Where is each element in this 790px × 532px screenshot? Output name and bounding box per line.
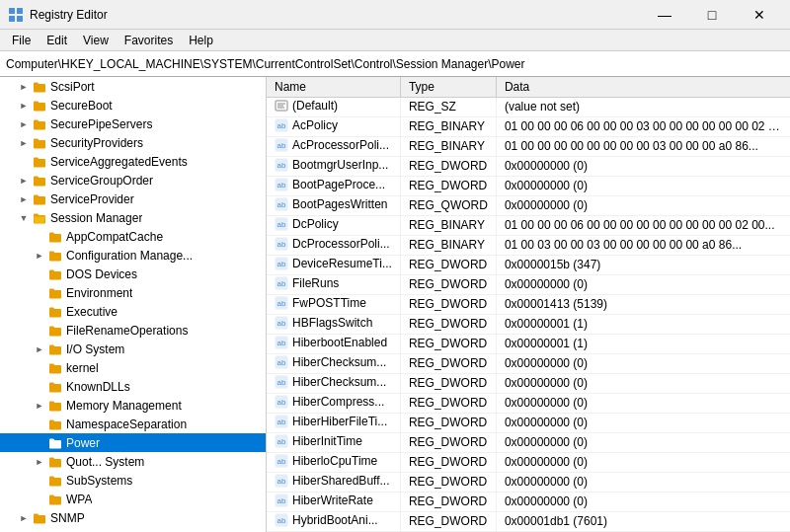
tree-panel[interactable]: ► ScsiPort► SecureBoot► SecurePipeServer… [0, 77, 267, 532]
details-row[interactable]: ab HiberloCpuTimeREG_DWORD0x00000000 (0) [267, 452, 790, 472]
title-bar: Registry Editor — □ ✕ [0, 0, 790, 30]
tree-item-namespaceseparation[interactable]: NamespaceSeparation [0, 415, 266, 433]
details-row[interactable]: ab HybridBootAni...REG_DWORD0x00001db1 (… [267, 511, 790, 531]
value-name: ab HybridBootAni... [267, 511, 400, 531]
details-row[interactable]: ab HiberbootEnabledREG_DWORD0x00000001 (… [267, 334, 790, 353]
details-row[interactable]: ab DeviceResumeTi...REG_DWORD0x0000015b … [267, 255, 790, 274]
value-name-text: HybridBootAni... [292, 513, 378, 527]
expand-icon[interactable]: ► [16, 79, 32, 95]
tree-item-filerenameoperations[interactable]: FileRenameOperations [0, 321, 266, 340]
tree-item-wpa[interactable]: WPA [0, 490, 266, 508]
qword-icon: ab [275, 197, 288, 211]
details-row[interactable]: ab HiberChecksum...REG_DWORD0x00000000 (… [267, 353, 790, 373]
tree-item-scsiport[interactable]: ► ScsiPort [0, 77, 266, 96]
menu-item-favorites[interactable]: Favorites [117, 32, 181, 49]
expand-icon[interactable]: ► [16, 116, 32, 132]
tree-item-secureboot[interactable]: ► SecureBoot [0, 96, 266, 114]
details-row[interactable]: (Default)REG_SZ(value not set) [267, 97, 790, 116]
details-row[interactable]: ab HiberWriteRateREG_DWORD0x00000000 (0) [267, 492, 790, 511]
details-row[interactable]: ab DcProcessorPoli...REG_BINARY01 00 03 … [267, 235, 790, 255]
details-row[interactable]: ab AcProcessorPoli...REG_BINARY01 00 00 … [267, 136, 790, 156]
details-row[interactable]: ab AcPolicyREG_BINARY01 00 00 00 06 00 0… [267, 116, 790, 136]
menu-item-view[interactable]: View [75, 32, 117, 49]
tree-item-sqmservicelist[interactable]: SQMServiceList [0, 527, 266, 532]
folder-icon [47, 493, 63, 506]
details-row[interactable]: ab HiberInitTimeREG_DWORD0x00000000 (0) [267, 432, 790, 452]
address-bar[interactable]: Computer\HKEY_LOCAL_MACHINE\SYSTEM\Curre… [0, 51, 790, 77]
expand-icon[interactable]: ► [32, 454, 47, 470]
leaf-icon [32, 304, 47, 320]
tree-item-dosdevices[interactable]: DOS Devices [0, 265, 266, 283]
expand-icon[interactable]: ▼ [16, 210, 32, 226]
svg-text:ab: ab [277, 220, 286, 229]
tree-item-servicegrouporder[interactable]: ► ServiceGroupOrder [0, 171, 266, 190]
tree-item-snmp[interactable]: ► SNMP [0, 508, 266, 527]
tree-item-subsystems[interactable]: SubSystems [0, 471, 266, 490]
tree-label: Power [66, 436, 100, 450]
expand-icon[interactable]: ► [32, 398, 47, 414]
expand-icon[interactable]: ► [16, 173, 32, 189]
expand-icon[interactable]: ► [32, 248, 47, 264]
registry-icon: ab AcPolicy [275, 118, 338, 132]
column-header-name[interactable]: Name [267, 77, 400, 97]
menu-item-help[interactable]: Help [181, 32, 221, 49]
title-controls: — □ ✕ [642, 0, 782, 30]
details-row[interactable]: ab HiberChecksum...REG_DWORD0x00000000 (… [267, 373, 790, 393]
expand-icon[interactable]: ► [16, 510, 32, 526]
tree-item-serviceaggregatedevents[interactable]: ServiceAggregatedEvents [0, 152, 266, 171]
tree-item-knowndlls[interactable]: KnownDLLs [0, 377, 266, 396]
expand-icon[interactable]: ► [32, 342, 47, 357]
value-data: (value not set) [496, 97, 790, 116]
tree-item-configmanager[interactable]: ► Configuration Manage... [0, 246, 266, 265]
details-row[interactable]: ab HiberCompress...REG_DWORD0x00000000 (… [267, 393, 790, 413]
menu-item-edit[interactable]: Edit [39, 32, 75, 49]
details-row[interactable]: ab FileRunsREG_DWORD0x00000000 (0) [267, 274, 790, 294]
value-type: REG_DWORD [400, 274, 496, 294]
tree-item-memorymanagement[interactable]: ► Memory Management [0, 396, 266, 415]
tree-item-executive[interactable]: Executive [0, 302, 266, 321]
expand-icon[interactable]: ► [16, 135, 32, 151]
details-panel[interactable]: NameTypeData (Default)REG_SZ(value not s… [267, 77, 790, 532]
tree-item-securepipeservers[interactable]: ► SecurePipeServers [0, 114, 266, 133]
tree-item-appcompatcache[interactable]: AppCompatCache [0, 227, 266, 246]
details-row[interactable]: ab FwPOSTTimeREG_DWORD0x00001413 (5139) [267, 294, 790, 314]
close-button[interactable]: ✕ [737, 0, 782, 30]
details-row[interactable]: ab DcPolicyREG_BINARY01 00 00 00 06 00 0… [267, 215, 790, 235]
tree-item-iosystem[interactable]: ► I/O System [0, 340, 266, 358]
leaf-icon [32, 266, 47, 282]
tree-item-sessionmanager[interactable]: ▼ Session Manager [0, 208, 266, 227]
folder-icon [32, 211, 47, 225]
folder-icon [47, 418, 63, 431]
details-row[interactable]: ab HiberHiberFileTi...REG_DWORD0x0000000… [267, 413, 790, 432]
column-header-type[interactable]: Type [400, 77, 496, 97]
value-name-text: HBFlagsSwitch [292, 316, 372, 330]
maximize-button[interactable]: □ [689, 0, 735, 30]
column-header-data[interactable]: Data [496, 77, 790, 97]
details-row[interactable]: ab HBFlagsSwitchREG_DWORD0x00000001 (1) [267, 314, 790, 334]
value-type: REG_DWORD [400, 511, 496, 531]
expand-icon[interactable]: ► [16, 191, 32, 207]
tree-item-power[interactable]: Power [0, 433, 266, 452]
details-row[interactable]: ab BootPageProce...REG_DWORD0x00000000 (… [267, 176, 790, 195]
minimize-button[interactable]: — [642, 0, 687, 30]
svg-text:ab: ab [277, 181, 286, 190]
value-type: REG_DWORD [400, 353, 496, 373]
tree-item-kernel[interactable]: kernel [0, 358, 266, 377]
details-row[interactable]: ab BootmgrUserInp...REG_DWORD0x00000000 … [267, 156, 790, 176]
leaf-icon [32, 435, 47, 451]
expand-icon[interactable]: ► [16, 98, 32, 114]
tree-item-securityproviders[interactable]: ► SecurityProviders [0, 133, 266, 152]
details-row[interactable]: ab BootPagesWrittenREG_QWORD0x00000000 (… [267, 195, 790, 215]
registry-icon: ab HiberbootEnabled [275, 336, 387, 349]
tree-item-serviceprovider[interactable]: ► ServiceProvider [0, 190, 266, 208]
tree-item-quotasystem[interactable]: ► Quot... System [0, 452, 266, 471]
tree-item-environment[interactable]: Environment [0, 283, 266, 302]
folder-icon [32, 117, 47, 131]
binary-icon: ab [275, 118, 288, 132]
dword-icon: ab [275, 375, 288, 389]
dword-icon: ab [275, 513, 288, 527]
svg-text:ab: ab [277, 339, 286, 347]
value-data: 0x00000000 (0) [496, 274, 790, 294]
menu-item-file[interactable]: File [4, 32, 39, 49]
details-row[interactable]: ab HiberSharedBuff...REG_DWORD0x00000000… [267, 472, 790, 492]
